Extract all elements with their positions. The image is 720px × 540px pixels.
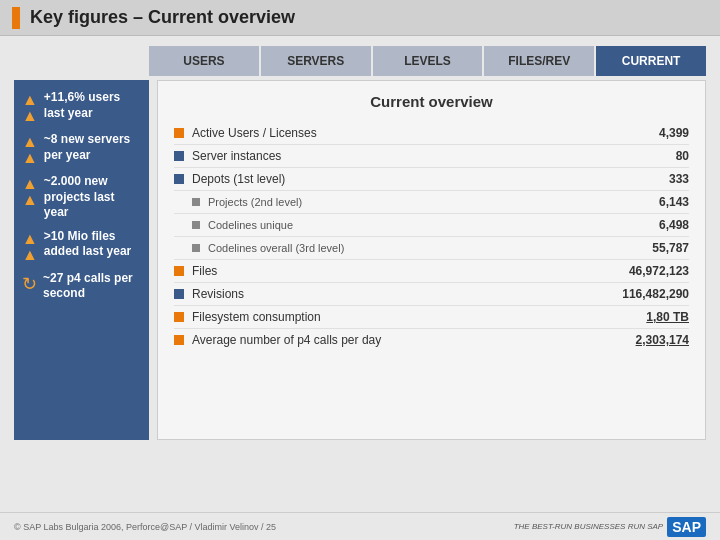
footer: © SAP Labs Bulgaria 2006, Perforce@SAP /… [0, 512, 720, 540]
row-files: Files 46,972,123 [174, 260, 689, 283]
row-revisions: Revisions 116,482,290 [174, 283, 689, 306]
stat-servers: ▲ ▲ ~8 new servers per year [22, 132, 141, 166]
indicator-codelines-overall [192, 244, 200, 252]
sap-tagline: THE BEST-RUN BUSINESSES RUN SAP [514, 522, 664, 531]
value-revisions: 116,482,290 [609, 287, 689, 301]
value-filesystem: 1,80 TB [609, 310, 689, 324]
label-active-users: Active Users / Licenses [192, 126, 609, 140]
content-area: ▲ ▲ +11,6% users last year ▲ ▲ ~8 new se… [14, 80, 706, 440]
label-codelines-unique: Codelines unique [208, 219, 609, 231]
label-revisions: Revisions [192, 287, 609, 301]
tab-filesrev[interactable]: FILES/REV [484, 46, 594, 76]
overview-title: Current overview [174, 93, 689, 110]
header-accent [12, 7, 20, 29]
label-avg-calls: Average number of p4 calls per day [192, 333, 609, 347]
row-server-instances: Server instances 80 [174, 145, 689, 168]
label-projects: Projects (2nd level) [208, 196, 609, 208]
double-arrow-icon-projects: ▲ ▲ [22, 176, 38, 208]
indicator-avg-calls [174, 335, 184, 345]
stat-calls-text: ~27 p4 calls per second [43, 271, 141, 302]
row-depots: Depots (1st level) 333 [174, 168, 689, 191]
label-depots: Depots (1st level) [192, 172, 609, 186]
value-files: 46,972,123 [609, 264, 689, 278]
footer-copyright: © SAP Labs Bulgaria 2006, Perforce@SAP /… [14, 522, 276, 532]
value-depots: 333 [609, 172, 689, 186]
double-arrow-icon-users: ▲ ▲ [22, 92, 38, 124]
value-server-instances: 80 [609, 149, 689, 163]
row-avg-calls: Average number of p4 calls per day 2,303… [174, 329, 689, 351]
double-arrow-icon-servers: ▲ ▲ [22, 134, 38, 166]
indicator-revisions [174, 289, 184, 299]
indicator-projects [192, 198, 200, 206]
sap-logo-box: SAP [667, 517, 706, 537]
indicator-filesystem [174, 312, 184, 322]
stat-users-text: +11,6% users last year [44, 90, 141, 121]
tab-levels[interactable]: LEVELS [373, 46, 483, 76]
stats-panel: ▲ ▲ +11,6% users last year ▲ ▲ ~8 new se… [14, 80, 149, 440]
double-arrow-icon-files: ▲ ▲ [22, 231, 38, 263]
stat-files: ▲ ▲ >10 Mio files added last year [22, 229, 141, 263]
header: Key figures – Current overview [0, 0, 720, 36]
indicator-active-users [174, 128, 184, 138]
value-avg-calls: 2,303,174 [609, 333, 689, 347]
row-active-users: Active Users / Licenses 4,399 [174, 122, 689, 145]
indicator-server-instances [174, 151, 184, 161]
value-codelines-overall: 55,787 [609, 241, 689, 255]
stat-files-text: >10 Mio files added last year [44, 229, 141, 260]
row-codelines-overall: Codelines overall (3rd level) 55,787 [174, 237, 689, 260]
tab-servers[interactable]: SERVERS [261, 46, 371, 76]
value-active-users: 4,399 [609, 126, 689, 140]
row-projects: Projects (2nd level) 6,143 [174, 191, 689, 214]
row-codelines-unique: Codelines unique 6,498 [174, 214, 689, 237]
cycle-icon: ↻ [22, 273, 37, 295]
sap-logo: THE BEST-RUN BUSINESSES RUN SAP SAP [514, 517, 706, 537]
stat-projects-text: ~2.000 new projects last year [44, 174, 141, 221]
label-filesystem: Filesystem consumption [192, 310, 609, 324]
tab-navigation: USERS SERVERS LEVELS FILES/REV CURRENT [149, 46, 706, 76]
value-projects: 6,143 [609, 195, 689, 209]
label-codelines-overall: Codelines overall (3rd level) [208, 242, 609, 254]
value-codelines-unique: 6,498 [609, 218, 689, 232]
label-server-instances: Server instances [192, 149, 609, 163]
page-title: Key figures – Current overview [30, 7, 295, 28]
overview-panel: Current overview Active Users / Licenses… [157, 80, 706, 440]
tab-current[interactable]: CURRENT [596, 46, 706, 76]
stat-calls: ↻ ~27 p4 calls per second [22, 271, 141, 302]
row-filesystem: Filesystem consumption 1,80 TB [174, 306, 689, 329]
indicator-depots [174, 174, 184, 184]
label-files: Files [192, 264, 609, 278]
tab-users[interactable]: USERS [149, 46, 259, 76]
indicator-files [174, 266, 184, 276]
stat-users: ▲ ▲ +11,6% users last year [22, 90, 141, 124]
stat-projects: ▲ ▲ ~2.000 new projects last year [22, 174, 141, 221]
indicator-codelines-unique [192, 221, 200, 229]
stat-servers-text: ~8 new servers per year [44, 132, 141, 163]
